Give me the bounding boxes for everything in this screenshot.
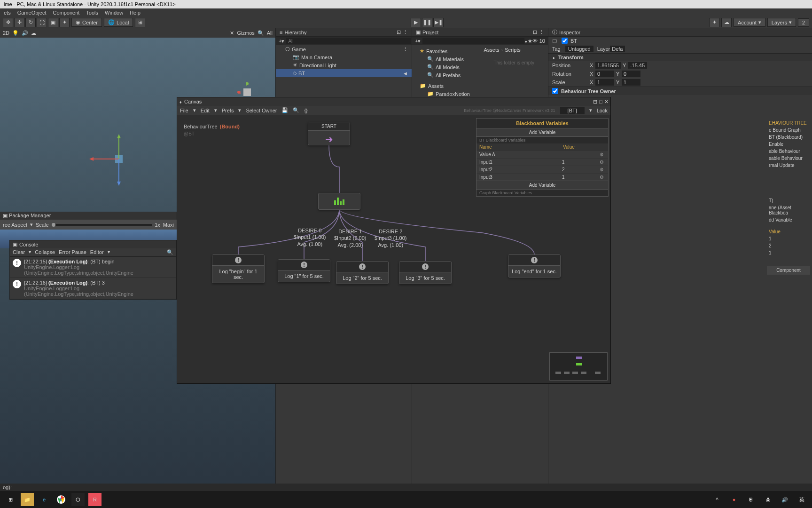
- zoom-icon[interactable]: 🔍: [293, 107, 299, 113]
- project-options-icon[interactable]: ⊡: [533, 29, 537, 35]
- close-icon[interactable]: ✕: [230, 30, 234, 36]
- gear-icon[interactable]: ⚙: [600, 152, 605, 157]
- maximize-icon[interactable]: □: [599, 99, 602, 104]
- aspect-dropdown[interactable]: ree Aspect: [3, 222, 27, 228]
- move-tool[interactable]: ✢: [14, 18, 24, 27]
- bb-variable-row[interactable]: Input22⚙: [476, 166, 608, 173]
- unity-hub-icon[interactable]: ⬡: [71, 493, 85, 506]
- chrome-icon[interactable]: [55, 493, 68, 506]
- ime-icon[interactable]: 英: [795, 493, 808, 506]
- pivot-mode[interactable]: ◉Center: [71, 18, 102, 27]
- menu-assets[interactable]: ets: [4, 10, 11, 16]
- log-1-node[interactable]: ! Log "1" for 5 sec.: [278, 259, 330, 282]
- add-component-button[interactable]: Component: [767, 266, 810, 275]
- bt-dropdown[interactable]: [BT]: [560, 107, 585, 114]
- layout-dropdown[interactable]: 2: [798, 18, 809, 27]
- variable-value[interactable]: 1: [767, 249, 810, 256]
- menu-component[interactable]: Component: [53, 10, 79, 16]
- hierarchy-item[interactable]: 📷Main Camera: [276, 53, 412, 61]
- menu-tools[interactable]: Tools: [86, 10, 98, 16]
- snap-toggle[interactable]: ⊞: [135, 18, 145, 27]
- pause-button[interactable]: ❚❚: [422, 18, 432, 27]
- layers-dropdown[interactable]: Layers ▾: [767, 18, 796, 27]
- rotate-tool[interactable]: ↻: [25, 18, 36, 27]
- error-pause-button[interactable]: Error Pause: [59, 249, 86, 255]
- pos-x-input[interactable]: 1.861555: [595, 62, 621, 69]
- scale-tool[interactable]: ⛶: [37, 18, 47, 27]
- component-checkbox[interactable]: [552, 88, 558, 94]
- cloud-icon[interactable]: ☁: [721, 18, 732, 27]
- add-icon[interactable]: +▾: [413, 38, 422, 44]
- layer-dropdown[interactable]: Defa: [610, 46, 625, 52]
- maximize-label[interactable]: Maxi: [163, 222, 174, 228]
- project-breadcrumb[interactable]: Assets›Scripts: [480, 45, 548, 55]
- light-toggle-icon[interactable]: 💡: [12, 30, 19, 36]
- filter-icon[interactable]: ⬥: [524, 38, 528, 44]
- hierarchy-item[interactable]: ☀Directional Light: [276, 61, 412, 69]
- bb-variable-row[interactable]: Value A⚙: [476, 151, 608, 158]
- file-explorer-icon[interactable]: 📁: [21, 493, 34, 506]
- log-2-node[interactable]: ! Log "2" for 5 sec.: [336, 261, 389, 284]
- canvas-select-owner[interactable]: Select Owner: [246, 108, 277, 113]
- canvas-menu-edit[interactable]: Edit: [201, 108, 210, 113]
- gear-icon[interactable]: ⚙: [600, 159, 605, 165]
- close-icon[interactable]: ✕: [604, 99, 609, 105]
- fx-toggle-icon[interactable]: ☁: [31, 30, 36, 36]
- project-search[interactable]: [422, 38, 524, 44]
- variable-value[interactable]: 1: [767, 235, 810, 242]
- save-icon[interactable]: 💾: [281, 107, 288, 113]
- log-begin-node[interactable]: ! Log "begin" for 1 sec.: [212, 254, 265, 283]
- scene-menu-icon[interactable]: ⋮: [403, 46, 408, 52]
- package-manager-title[interactable]: Package Manager: [9, 213, 51, 218]
- add-icon[interactable]: +▾: [277, 38, 286, 44]
- project-menu-icon[interactable]: ⋮: [539, 29, 544, 35]
- hand-tool[interactable]: ✥: [3, 18, 13, 27]
- add-variable-button[interactable]: dd Variable: [767, 216, 810, 223]
- bound-graph-button[interactable]: e Bound Graph: [767, 127, 810, 134]
- dock-icon[interactable]: ⊟: [593, 99, 597, 105]
- braces-icon[interactable]: {}: [304, 108, 307, 113]
- start-node[interactable]: START ➜: [308, 122, 350, 145]
- scene-search-all[interactable]: All: [267, 30, 273, 36]
- object-name[interactable]: BT: [570, 38, 577, 44]
- handle-rotation[interactable]: 🌐Local: [104, 18, 133, 27]
- hierarchy-options-icon[interactable]: ⊡: [397, 29, 401, 35]
- pos-y-input[interactable]: -15.45: [628, 62, 647, 69]
- blackboard-field[interactable]: BT (Blackboard): [767, 134, 810, 141]
- scl-x-input[interactable]: 1: [595, 79, 614, 86]
- rider-icon[interactable]: R: [88, 493, 102, 506]
- tray-up-icon[interactable]: ^: [710, 493, 724, 506]
- assets-folder[interactable]: 📁Assets: [412, 82, 480, 90]
- transform-header[interactable]: Transform: [558, 55, 584, 60]
- hierarchy-search[interactable]: [286, 38, 411, 44]
- account-dropdown[interactable]: Account ▾: [734, 18, 765, 27]
- update-mode-option[interactable]: rmal Update: [767, 162, 810, 169]
- edge-icon[interactable]: e: [38, 493, 51, 506]
- hierarchy-item[interactable]: ◇BT◄: [276, 69, 412, 77]
- mode-2d[interactable]: 2D: [3, 30, 9, 36]
- audio-toggle-icon[interactable]: 🔊: [22, 30, 28, 36]
- rot-x-input[interactable]: 0: [595, 71, 614, 77]
- node-graph-canvas[interactable]: BehaviourTree (Bound) @BT START ➜ DESIRE…: [177, 115, 610, 383]
- transform-tool[interactable]: ✦: [59, 18, 70, 27]
- scl-y-input[interactable]: 1: [622, 79, 640, 86]
- selector-node[interactable]: [318, 193, 360, 210]
- menu-window[interactable]: Window: [105, 10, 123, 16]
- folder-item[interactable]: 🔍All Models: [412, 63, 480, 71]
- enable-option[interactable]: Enable: [767, 141, 810, 148]
- network-icon[interactable]: 🖧: [761, 493, 774, 506]
- variable-value[interactable]: 2: [767, 242, 810, 249]
- lock-button[interactable]: Lock: [597, 108, 608, 113]
- bb-variable-row[interactable]: Input31⚙: [476, 173, 608, 181]
- hierarchy-menu-icon[interactable]: ⋮: [403, 29, 408, 35]
- gizmos-dropdown[interactable]: Gizmos: [237, 30, 254, 36]
- scale-slider[interactable]: [52, 224, 152, 226]
- tray-icon[interactable]: ●: [727, 493, 741, 506]
- folder-item[interactable]: 🔍All Prefabs: [412, 71, 480, 79]
- editor-dropdown[interactable]: Editor: [90, 249, 104, 255]
- minimap[interactable]: [549, 352, 608, 381]
- bt-owner-header[interactable]: Behaviour Tree Owner: [561, 88, 616, 94]
- menu-gameobject[interactable]: GameObject: [17, 10, 47, 16]
- folder-item[interactable]: 🔍All Materials: [412, 55, 480, 63]
- log-3-node[interactable]: ! Log "3" for 5 sec.: [399, 261, 452, 284]
